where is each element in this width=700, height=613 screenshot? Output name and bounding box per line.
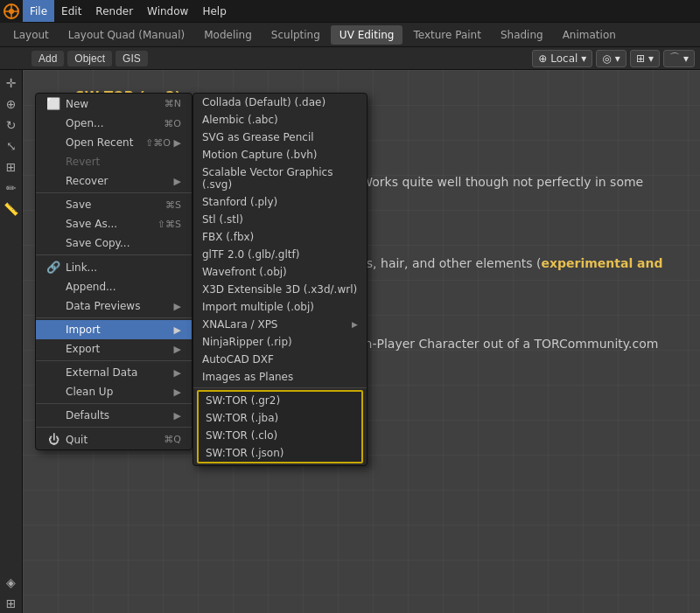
menu-item-new-label: New: [66, 98, 88, 110]
sidebar-icon-move[interactable]: ⊕: [2, 94, 21, 114]
import-collada[interactable]: Collada (Default) (.dae): [193, 94, 367, 111]
separator-4: [36, 360, 192, 361]
sidebar-icon-annotate[interactable]: ✏: [2, 178, 21, 198]
menu-edit[interactable]: Edit: [54, 0, 88, 22]
chevron-down-icon: ▾: [581, 52, 586, 65]
import-ply[interactable]: Stanford (.ply): [193, 193, 367, 211]
swtor-group: SW:TOR (.gr2) SW:TOR (.jba) SW:TOR (.clo…: [197, 390, 363, 463]
menu-item-external-data[interactable]: External Data ▶: [36, 363, 192, 382]
menu-item-defaults[interactable]: Defaults ▶: [36, 406, 192, 425]
import-svg-grease[interactable]: SVG as Grease Pencil: [193, 129, 367, 146]
menu-item-clean-up-label: Clean Up: [66, 386, 113, 398]
content-area: SW:TOR (.gr2): Import .gr2 meshes and sk…: [23, 70, 700, 613]
import-submenu: Collada (Default) (.dae) Alembic (.abc) …: [192, 93, 368, 466]
new-icon: ⬜: [46, 97, 60, 110]
menu-item-save-copy[interactable]: Save Copy...: [36, 233, 192, 253]
data-previews-arrow: ▶: [174, 301, 181, 312]
sidebar-icon-bottom1[interactable]: ◈: [2, 573, 21, 592]
import-stl[interactable]: Stl (.stl): [193, 211, 367, 228]
sidebar-icon-measure[interactable]: 📏: [2, 199, 21, 219]
menu-item-link[interactable]: 🔗 Link...: [36, 257, 192, 277]
sidebar-icon-cursor[interactable]: ✛: [2, 73, 21, 93]
snap-select[interactable]: ⊞ ▾: [630, 50, 660, 67]
menu-window[interactable]: Window: [140, 0, 195, 22]
import-swtor-clo[interactable]: SW:TOR (.clo): [199, 427, 361, 444]
menu-item-recover[interactable]: Recover ▶: [36, 171, 192, 191]
tab-layout[interactable]: Layout: [4, 25, 58, 45]
menu-item-link-label: Link...: [66, 261, 97, 274]
tab-modeling[interactable]: Modeling: [195, 25, 261, 45]
top-menu-bar: File Edit Render Window Help: [0, 0, 700, 23]
menu-item-save-as-label: Save As...: [66, 218, 117, 230]
tab-animation[interactable]: Animation: [554, 25, 625, 45]
menu-item-export[interactable]: Export ▶: [36, 339, 192, 359]
menu-item-open-recent[interactable]: Open Recent ⇧⌘O ▶: [36, 133, 192, 152]
menu-item-quit[interactable]: ⏻ Quit ⌘Q: [36, 429, 192, 449]
sidebar-icon-bottom2[interactable]: ⊞: [2, 594, 21, 613]
proportional-select[interactable]: ⌒ ▾: [663, 50, 695, 67]
menu-item-save[interactable]: Save ⌘S: [36, 195, 192, 214]
tab-uv-editing[interactable]: UV Editing: [331, 25, 403, 45]
menu-item-import[interactable]: Import ▶: [36, 320, 192, 339]
menu-item-data-previews-label: Data Previews: [66, 300, 140, 312]
toolbar-row: Add Object GIS ⊕ Local ▾ ◎ ▾ ⊞ ▾ ⌒ ▾: [0, 47, 700, 70]
import-gltf[interactable]: glTF 2.0 (.glb/.gltf): [193, 246, 367, 263]
menu-item-save-as[interactable]: Save As... ⇧⌘S: [36, 214, 192, 233]
menu-item-recover-label: Recover: [66, 175, 108, 187]
menu-item-save-as-shortcut: ⇧⌘S: [158, 219, 181, 230]
import-swtor-jba[interactable]: SW:TOR (.jba): [199, 409, 361, 427]
import-ninjaripper[interactable]: NinjaRipper (.rip): [193, 333, 367, 351]
menu-item-append[interactable]: Append...: [36, 277, 192, 296]
sidebar-icon-scale[interactable]: ⤡: [2, 136, 21, 156]
menu-file[interactable]: File: [23, 0, 54, 22]
chevron-down-icon4: ▾: [683, 52, 689, 65]
import-x3d[interactable]: X3D Extensible 3D (.x3d/.wrl): [193, 281, 367, 298]
import-separator: [193, 387, 367, 388]
snap-icon: ⊞: [636, 52, 645, 65]
blender-logo[interactable]: [0, 0, 23, 23]
sidebar-icon-transform[interactable]: ⊞: [2, 157, 21, 177]
import-obj[interactable]: Wavefront (.obj): [193, 263, 367, 281]
pivot-select[interactable]: ◎ ▾: [596, 50, 626, 67]
workspace-bar: Layout Layout Quad (Manual) Modeling Scu…: [0, 23, 700, 47]
menu-render[interactable]: Render: [88, 0, 140, 22]
link-icon: 🔗: [46, 261, 60, 274]
tab-sculpting[interactable]: Sculpting: [262, 25, 329, 45]
pivot-icon: ◎: [602, 52, 611, 65]
import-svg[interactable]: Scalable Vector Graphics (.svg): [193, 164, 367, 193]
menu-item-append-label: Append...: [66, 281, 116, 293]
transform-orientation-icon: ⊕: [538, 52, 547, 65]
menu-item-data-previews[interactable]: Data Previews ▶: [36, 296, 192, 316]
import-dxf[interactable]: AutoCAD DXF: [193, 351, 367, 368]
import-alembic[interactable]: Alembic (.abc): [193, 111, 367, 129]
recover-arrow: ▶: [174, 176, 181, 187]
add-button[interactable]: Add: [32, 51, 64, 66]
menu-item-save-copy-label: Save Copy...: [66, 237, 130, 249]
import-multi-obj[interactable]: Import multiple (.obj): [193, 298, 367, 316]
import-fbx[interactable]: FBX (.fbx): [193, 228, 367, 246]
transform-select[interactable]: ⊕ Local ▾: [532, 50, 592, 67]
menu-item-open-label: Open...: [66, 117, 104, 129]
chevron-down-icon2: ▾: [615, 52, 620, 65]
import-images-planes[interactable]: Images as Planes: [193, 368, 367, 386]
import-arrow: ▶: [174, 324, 181, 336]
tab-layout-quad[interactable]: Layout Quad (Manual): [60, 25, 193, 45]
tab-texture-paint[interactable]: Texture Paint: [404, 25, 489, 45]
gis-button[interactable]: GIS: [116, 51, 148, 66]
tab-shading[interactable]: Shading: [492, 25, 552, 45]
menu-item-revert: Revert: [36, 152, 192, 171]
import-xnalara[interactable]: XNALara / XPS: [193, 316, 367, 333]
import-swtor-json[interactable]: SW:TOR (.json): [199, 444, 361, 462]
menu-help[interactable]: Help: [195, 0, 233, 22]
object-button[interactable]: Object: [67, 51, 112, 66]
sidebar-icon-rotate[interactable]: ↻: [2, 115, 21, 135]
import-bvh[interactable]: Motion Capture (.bvh): [193, 146, 367, 164]
quit-icon: ⏻: [46, 433, 60, 446]
menu-item-clean-up[interactable]: Clean Up ▶: [36, 382, 192, 401]
import-swtor-gr2[interactable]: SW:TOR (.gr2): [199, 392, 361, 409]
separator-5: [36, 403, 192, 404]
menu-item-export-label: Export: [66, 343, 100, 355]
left-sidebar: ✛ ⊕ ↻ ⤡ ⊞ ✏ 📏 ◈ ⊞: [0, 70, 23, 613]
menu-item-new[interactable]: ⬜ New ⌘N: [36, 94, 192, 114]
menu-item-open[interactable]: Open... ⌘O: [36, 114, 192, 133]
